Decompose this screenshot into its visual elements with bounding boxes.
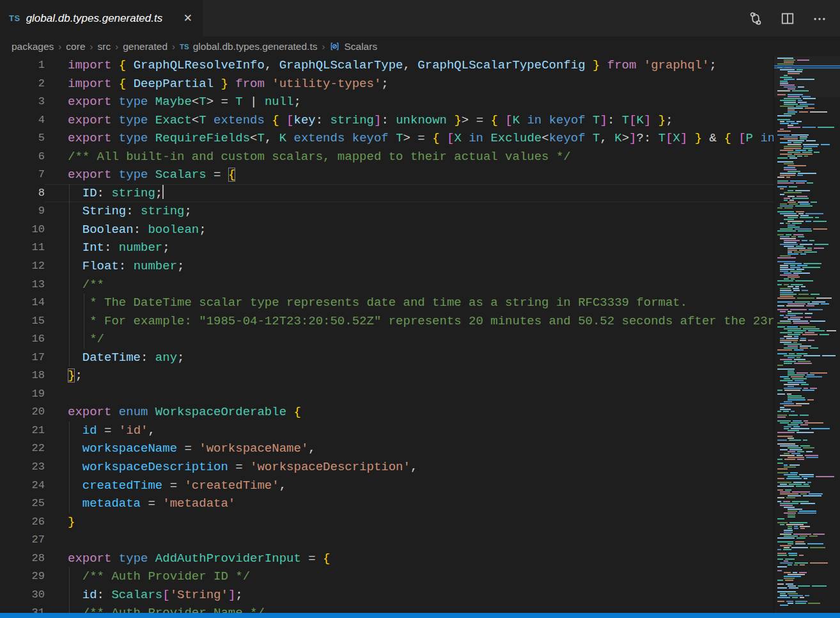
typescript-file-icon: TS — [9, 13, 20, 23]
vscode-window: TS global.db.types.generated.ts ✕ — [0, 0, 840, 618]
tab-bar: TS global.db.types.generated.ts ✕ — [0, 0, 840, 36]
line-number[interactable]: 29 — [0, 567, 45, 586]
chevron-right-icon: › — [114, 41, 119, 52]
code-line[interactable]: 19 — [0, 385, 774, 404]
line-number[interactable]: 28 — [0, 550, 45, 568]
code-line[interactable]: 24 createdTime = 'createdTime', — [0, 477, 774, 495]
line-number[interactable]: 31 — [0, 604, 45, 613]
breadcrumb-item-file[interactable]: TS global.db.types.generated.ts — [180, 41, 317, 52]
tab-global-db-types[interactable]: TS global.db.types.generated.ts ✕ — [0, 0, 203, 36]
code-line[interactable]: 28export type AddAuthProviderInput = { — [0, 550, 774, 568]
code-lines: 1import { GraphQLResolveInfo, GraphQLSca… — [0, 56, 774, 613]
line-number[interactable]: 2 — [0, 75, 45, 93]
line-number[interactable]: 22 — [0, 440, 45, 458]
code-line[interactable]: 27 — [0, 531, 774, 550]
code-line[interactable]: 6/** All built-in and custom scalars, ma… — [0, 148, 774, 166]
code-line[interactable]: 21 id = 'id', — [0, 422, 774, 440]
line-number[interactable]: 10 — [0, 221, 45, 239]
breadcrumb-item-symbol[interactable]: Scalars — [329, 41, 377, 52]
line-number[interactable]: 15 — [0, 312, 45, 331]
code-line[interactable]: 11 Int: number; — [0, 239, 774, 257]
code-line[interactable]: 8 ID: string; — [0, 184, 774, 203]
code-line[interactable]: 4export type Exact<T extends { [key: str… — [0, 111, 774, 130]
line-number[interactable]: 13 — [0, 276, 45, 294]
chevron-right-icon: › — [171, 41, 176, 52]
code-line[interactable]: 1import { GraphQLResolveInfo, GraphQLSca… — [0, 56, 774, 75]
line-number[interactable]: 3 — [0, 93, 45, 111]
minimap-current-line-highlight — [774, 65, 840, 68]
line-number[interactable]: 6 — [0, 148, 45, 166]
code-line[interactable]: 20export enum WorkspaceOrderable { — [0, 403, 774, 422]
line-number[interactable]: 26 — [0, 513, 45, 532]
code-line[interactable]: 17 DateTime: any; — [0, 349, 774, 367]
code-line[interactable]: 2import { DeepPartial } from 'utility-ty… — [0, 75, 774, 93]
symbol-type-icon — [329, 42, 340, 51]
code-line[interactable]: 14 * The DateTime scalar type represents… — [0, 294, 774, 312]
code-line[interactable]: 18}; — [0, 367, 774, 385]
code-line[interactable]: 13 /** — [0, 276, 774, 294]
editor-group: 1import { GraphQLResolveInfo, GraphQLSca… — [0, 56, 840, 613]
more-actions-icon[interactable] — [812, 11, 827, 26]
code-line[interactable]: 26} — [0, 513, 774, 532]
line-number[interactable]: 11 — [0, 239, 45, 257]
line-number[interactable]: 25 — [0, 495, 45, 513]
line-number[interactable]: 23 — [0, 458, 45, 477]
line-number[interactable]: 9 — [0, 202, 45, 221]
line-number[interactable]: 4 — [0, 111, 45, 130]
code-editor[interactable]: 1import { GraphQLResolveInfo, GraphQLSca… — [0, 56, 774, 613]
code-line[interactable]: 29 /** Auth Provider ID */ — [0, 567, 774, 586]
line-number[interactable]: 12 — [0, 257, 45, 276]
code-line[interactable]: 15 * For example: "1985-04-12T23:20:50.5… — [0, 312, 774, 331]
breadcrumb-item-packages[interactable]: packages — [12, 41, 54, 52]
line-number[interactable]: 5 — [0, 129, 45, 148]
code-line[interactable]: 16 */ — [0, 330, 774, 349]
line-number[interactable]: 7 — [0, 166, 45, 184]
breadcrumb-item-src[interactable]: src — [98, 41, 111, 52]
code-line[interactable]: 7export type Scalars = { — [0, 166, 774, 184]
line-number[interactable]: 8 — [0, 184, 45, 203]
status-bar — [0, 613, 840, 618]
line-number[interactable]: 19 — [0, 385, 45, 404]
line-number[interactable]: 18 — [0, 367, 45, 385]
code-line[interactable]: 10 Boolean: boolean; — [0, 221, 774, 239]
line-number[interactable]: 17 — [0, 349, 45, 367]
code-line[interactable]: 5export type RequireFields<T, K extends … — [0, 129, 774, 148]
minimap[interactable] — [774, 56, 840, 613]
text-cursor — [162, 185, 164, 199]
line-number[interactable]: 16 — [0, 330, 45, 349]
breadcrumb-symbol-label: Scalars — [344, 41, 377, 52]
code-line[interactable]: 30 id: Scalars['String']; — [0, 586, 774, 605]
tab-title: global.db.types.generated.ts — [26, 12, 175, 25]
breadcrumb-item-core[interactable]: core — [66, 41, 85, 52]
open-changes-icon[interactable] — [748, 11, 763, 26]
chevron-right-icon: › — [58, 41, 62, 52]
line-number[interactable]: 30 — [0, 586, 45, 605]
code-line[interactable]: 31 /** Auth Provider Name */ — [0, 604, 774, 613]
split-editor-icon[interactable] — [780, 11, 795, 26]
code-line[interactable]: 12 Float: number; — [0, 257, 774, 276]
line-number[interactable]: 27 — [0, 531, 45, 550]
code-line[interactable]: 23 workspaceDescription = 'workspaceDesc… — [0, 458, 774, 477]
minimap-content — [777, 58, 839, 613]
editor-actions — [748, 0, 840, 36]
line-number[interactable]: 21 — [0, 422, 45, 440]
breadcrumb-item-generated[interactable]: generated — [123, 41, 167, 52]
typescript-file-icon: TS — [180, 43, 189, 51]
line-number[interactable]: 24 — [0, 477, 45, 495]
breadcrumb: packages › core › src › generated › TS g… — [0, 36, 840, 56]
breadcrumb-file-label: global.db.types.generated.ts — [193, 41, 318, 52]
code-line[interactable]: 9 String: string; — [0, 202, 774, 221]
line-number[interactable]: 1 — [0, 56, 45, 75]
chevron-right-icon: › — [89, 41, 94, 52]
line-number[interactable]: 14 — [0, 294, 45, 312]
code-line[interactable]: 25 metadata = 'metadata' — [0, 495, 774, 513]
code-line[interactable]: 22 workspaceName = 'workspaceName', — [0, 440, 774, 458]
tab-close-icon[interactable]: ✕ — [181, 11, 195, 26]
chevron-right-icon: › — [321, 41, 325, 52]
code-line[interactable]: 3export type Maybe<T> = T | null; — [0, 93, 774, 111]
line-number[interactable]: 20 — [0, 403, 45, 422]
